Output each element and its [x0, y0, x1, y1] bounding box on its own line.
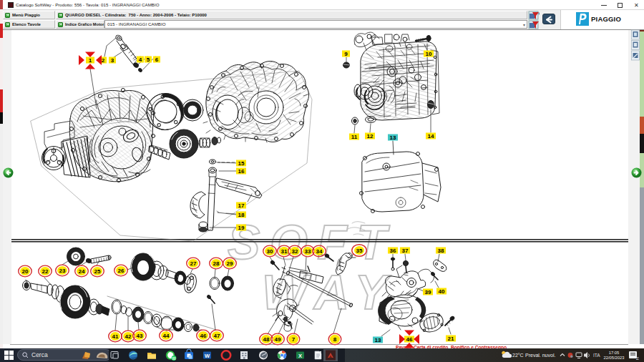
- svg-text:46: 46: [200, 333, 207, 339]
- svg-text:13: 13: [375, 337, 381, 343]
- svg-text:2: 2: [102, 57, 105, 64]
- svg-text:8: 8: [333, 336, 337, 343]
- svg-text:Preval. nuvol.: Preval. nuvol.: [525, 353, 555, 358]
- svg-text:40: 40: [439, 288, 445, 295]
- svg-text:3: 3: [111, 57, 114, 64]
- svg-text:17: 17: [238, 202, 245, 209]
- svg-text:21: 21: [636, 356, 639, 361]
- svg-text:9: 9: [344, 51, 348, 57]
- svg-text:22°C: 22°C: [512, 353, 524, 358]
- svg-text:44: 44: [163, 333, 170, 339]
- svg-text:34: 34: [316, 248, 323, 255]
- svg-text:10: 10: [426, 51, 432, 57]
- svg-text:15: 15: [238, 160, 245, 167]
- svg-text:23: 23: [59, 268, 66, 274]
- svg-text:37: 37: [402, 248, 409, 254]
- svg-text:28: 28: [213, 260, 220, 267]
- svg-text:49: 49: [275, 336, 281, 343]
- svg-text:27: 27: [190, 260, 197, 267]
- svg-text:29: 29: [227, 260, 233, 267]
- svg-text:33: 33: [305, 248, 311, 255]
- svg-text:16: 16: [238, 168, 245, 175]
- svg-text:32: 32: [292, 248, 298, 255]
- svg-text:30: 30: [267, 248, 273, 255]
- svg-text:31: 31: [281, 248, 288, 255]
- svg-text:12: 12: [367, 133, 374, 140]
- svg-text:1: 1: [89, 57, 92, 64]
- svg-text:26: 26: [118, 268, 125, 274]
- svg-text:11: 11: [351, 134, 358, 140]
- svg-text:18: 18: [238, 212, 245, 218]
- svg-text:38: 38: [438, 248, 444, 254]
- svg-text:36: 36: [390, 248, 396, 254]
- svg-text:W: W: [205, 353, 210, 359]
- svg-text:25: 25: [94, 268, 101, 275]
- svg-text:4: 4: [139, 57, 142, 63]
- svg-text:20: 20: [22, 268, 29, 275]
- svg-text:19: 19: [238, 225, 245, 231]
- svg-text:43: 43: [137, 333, 143, 339]
- svg-text:35: 35: [356, 248, 363, 254]
- svg-text:48: 48: [263, 336, 270, 343]
- svg-text:39: 39: [425, 289, 431, 295]
- svg-text:46: 46: [406, 336, 413, 343]
- svg-text:14: 14: [428, 133, 434, 140]
- svg-text:41: 41: [112, 333, 119, 340]
- svg-text:47: 47: [214, 333, 220, 339]
- svg-text:13: 13: [390, 134, 396, 141]
- svg-text:22: 22: [42, 268, 49, 275]
- svg-text:42: 42: [125, 333, 132, 340]
- svg-text:X: X: [298, 353, 302, 359]
- svg-text:7: 7: [292, 336, 296, 343]
- svg-text:21: 21: [448, 336, 454, 342]
- svg-text:24: 24: [79, 268, 85, 275]
- svg-text:6: 6: [155, 57, 159, 63]
- svg-text:5: 5: [147, 57, 150, 63]
- svg-text:88: 88: [172, 357, 176, 361]
